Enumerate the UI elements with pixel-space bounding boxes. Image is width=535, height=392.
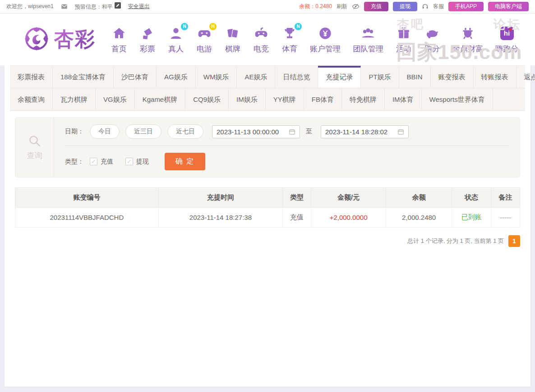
search-label: 查询 [27, 150, 42, 161]
tab-wali[interactable]: 瓦力棋牌 [53, 88, 96, 110]
nav-live-casino[interactable]: N 真人 [168, 25, 184, 54]
nav-sports[interactable]: N 体育 [281, 25, 298, 54]
date-from-box [212, 125, 300, 138]
nav-esports[interactable]: 电竞 [253, 25, 269, 54]
tab-pt[interactable]: PT娱乐 [361, 66, 399, 88]
trophy-icon: N [281, 25, 298, 41]
tab-bbin[interactable]: BBIN [399, 66, 431, 88]
col-balance: 余额 [386, 188, 452, 208]
eye-slash-icon[interactable] [352, 3, 360, 10]
to-label: 至 [306, 128, 312, 136]
nav-board-games[interactable]: 棋牌 [225, 25, 241, 54]
tab-ae[interactable]: AE娱乐 [237, 66, 275, 88]
table-header-row: 账变编号 充提时间 类型 金额/元 余额 状态 备注 [15, 188, 520, 208]
calendar-icon[interactable] [289, 128, 295, 135]
quick-today-button[interactable]: 今日 [90, 124, 120, 139]
search-icon [28, 134, 42, 148]
cell-status: 已到账 [452, 208, 491, 228]
nav-account[interactable]: 账户管理 [310, 25, 341, 54]
col-remark: 备注 [491, 188, 520, 208]
pc-client-button[interactable]: 电脑客户端 [488, 2, 529, 11]
nav-lottery[interactable]: 彩票 [139, 25, 156, 54]
quick-7days-button[interactable]: 近七日 [167, 124, 203, 139]
team-icon [360, 25, 376, 41]
nav-promotions[interactable]: 活动 [396, 25, 412, 54]
date-to-input[interactable] [325, 128, 394, 136]
col-status: 状态 [452, 188, 491, 208]
nav-hi-paofen[interactable]: hi 嗨跑分 [495, 25, 518, 54]
tab-188-sports[interactable]: 188金宝博体育 [53, 66, 114, 88]
cell-amount: +2,000.0000 [311, 208, 386, 228]
rhino-icon [424, 25, 440, 41]
page-1-button[interactable]: 1 [508, 235, 520, 247]
tabs-row-1: 彩票报表 188金宝博体育 沙巴体育 AG娱乐 WM娱乐 AE娱乐 日结总览 充… [10, 65, 525, 88]
logo-text: 杏彩 [54, 26, 96, 53]
cell-time: 2023-11-14 18:27:38 [158, 208, 282, 228]
tab-lottery-report[interactable]: 彩票报表 [10, 66, 53, 88]
nav-team[interactable]: 团队管理 [353, 25, 383, 54]
tab-yy[interactable]: YY棋牌 [266, 88, 304, 110]
headset-icon [422, 3, 429, 10]
tab-fb-sports[interactable]: FB体育 [304, 88, 342, 110]
quick-3days-button[interactable]: 近三日 [125, 124, 161, 139]
tab-balance-query[interactable]: 余额查询 [10, 88, 53, 110]
esports-gamepad-icon [253, 25, 269, 41]
envelope-icon[interactable] [61, 3, 68, 10]
tab-wesports[interactable]: Wesports世界体育 [422, 88, 493, 110]
tab-kgame[interactable]: Kgame棋牌 [135, 88, 186, 110]
col-type: 类型 [283, 188, 311, 208]
balance-text: 余额：0.2480 [299, 3, 332, 10]
badge-h: H [209, 23, 217, 30]
tab-rebate-total[interactable]: 返点总额 [517, 66, 535, 88]
date-filter-row: 日期： 今日 近三日 近七日 至 [65, 118, 509, 146]
checkbox-icon: ✓ [90, 158, 97, 165]
date-from-input[interactable] [217, 128, 285, 136]
type-deposit-checkbox[interactable]: ✓ 充值 [90, 158, 113, 166]
deposit-button[interactable]: 充值 [364, 2, 388, 11]
tab-daily-summary[interactable]: 日结总览 [275, 66, 318, 88]
tab-temian[interactable]: 特免棋牌 [342, 88, 385, 110]
cell-change-id: 20231114VBBJFADCHD [15, 208, 159, 228]
reserved-info: 预留信息：和平 [75, 2, 121, 11]
tab-im-sports[interactable]: IM体育 [385, 88, 422, 110]
pagination-summary: 总计 1 个记录, 分为 1 页, 当前第 1 页 [407, 237, 504, 245]
tab-ag[interactable]: AG娱乐 [157, 66, 196, 88]
tab-deposit-withdraw-records[interactable]: 充提记录 [318, 66, 361, 88]
calendar-icon[interactable] [397, 128, 404, 135]
edit-icon[interactable] [115, 2, 121, 9]
badge-n: N [181, 23, 188, 30]
confirm-button[interactable]: 确 定 [165, 153, 205, 170]
nav-home[interactable]: 首页 [111, 25, 127, 54]
type-withdraw-checkbox[interactable]: ✓ 提现 [125, 158, 149, 166]
mobile-app-button[interactable]: 手机APP [448, 2, 484, 11]
home-icon [111, 25, 127, 41]
pagination: 总计 1 个记录, 分为 1 页, 当前第 1 页 1 [15, 235, 520, 247]
checkbox-icon: ✓ [125, 158, 133, 165]
date-label: 日期： [65, 128, 84, 136]
tab-cq9[interactable]: CQ9娱乐 [185, 88, 229, 110]
cards-icon [225, 25, 241, 41]
nav-slots[interactable]: H 电游 [196, 25, 212, 54]
filter-panel: 查询 日期： 今日 近三日 近七日 至 类型： [15, 117, 520, 178]
hi-icon: hi [499, 25, 515, 41]
tab-transfer-report[interactable]: 转账报表 [474, 66, 517, 88]
site-logo[interactable]: 杏彩 [23, 26, 96, 54]
logout-link[interactable]: 安全退出 [128, 3, 150, 10]
cell-type: 充值 [283, 208, 311, 228]
records-table: 账变编号 充提时间 类型 金额/元 余额 状态 备注 20231114VBBJF… [15, 187, 520, 228]
tab-wm[interactable]: WM娱乐 [196, 66, 237, 88]
nav-paofen[interactable]: 跑分 [424, 25, 440, 54]
main-content: 彩票报表 188金宝博体育 沙巴体育 AG娱乐 WM娱乐 AE娱乐 日结总览 充… [5, 65, 530, 387]
withdraw-button[interactable]: 提现 [393, 2, 417, 11]
site-header: 杏彩 首页 彩票 N 真人 H 电游 棋牌 电竞 N 体育 [0, 14, 535, 65]
service-link[interactable]: 客服 [433, 3, 444, 10]
search-side: 查询 [15, 118, 54, 177]
tab-im-games[interactable]: IM娱乐 [229, 88, 266, 110]
tab-vg[interactable]: VG娱乐 [96, 88, 135, 110]
ticket-icon [139, 25, 156, 41]
tab-account-change-report[interactable]: 账变报表 [431, 66, 474, 88]
refresh-link[interactable]: 刷新 [337, 3, 347, 10]
tab-shaba-sports[interactable]: 沙巴体育 [114, 66, 157, 88]
tabs-row-2: 余额查询 瓦力棋牌 VG娱乐 Kgame棋牌 CQ9娱乐 IM娱乐 YY棋牌 F… [10, 88, 525, 111]
nav-jinding-wealth[interactable]: 金鼎财富 [452, 25, 483, 54]
